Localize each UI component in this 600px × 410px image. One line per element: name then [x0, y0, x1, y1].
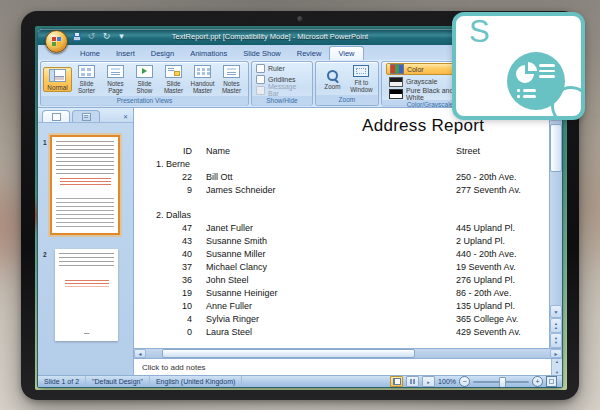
cell-name: Laura Steel [206, 327, 456, 337]
cell-id: 43 [134, 236, 192, 246]
black-white-icon [389, 89, 403, 99]
slide-1-thumbnail[interactable] [52, 137, 118, 233]
table-row: 10Anne Fuller135 Upland Pl. [134, 299, 548, 312]
theme-name[interactable]: "Default Design" [86, 376, 150, 387]
table-row: 4Sylvia Ringer365 College Av. [134, 312, 548, 325]
scroll-left-icon[interactable]: ◄ [134, 349, 146, 358]
slide-sorter-icon [78, 65, 95, 78]
cell-name: Michael Clancy [206, 262, 456, 272]
ruler-checkbox[interactable]: Ruler [256, 63, 308, 73]
zoom-button[interactable]: Zoom [318, 67, 347, 91]
slide-show-button[interactable]: Slide Show [130, 63, 159, 95]
vertical-scroll-track[interactable] [550, 121, 562, 305]
tab-home[interactable]: Home [72, 47, 108, 60]
outline-tab[interactable] [72, 110, 100, 122]
cell-id: 9 [134, 185, 192, 195]
grayscale-icon [389, 77, 403, 87]
window-title: TextReport.ppt [Compatibility Mode] - Mi… [38, 32, 502, 41]
cell-street: 19 Seventh Av. [456, 262, 516, 272]
zoom-in-button[interactable]: + [532, 376, 543, 387]
status-right-cluster: ▸ 100% − + [390, 376, 562, 387]
horizontal-scrollbar[interactable]: ◄ ► [134, 348, 562, 358]
vertical-scroll-thumb[interactable] [550, 124, 562, 172]
slide-canvas[interactable]: Address Report IDNameStreet1. Berne22Bil… [134, 108, 562, 348]
table-row: 47Janet Fuller445 Upland Pl. [134, 221, 548, 234]
next-slide-button[interactable]: ▼▼ [550, 333, 562, 348]
table-row: 9James Schneider277 Seventh Av. [134, 183, 548, 196]
notes-master-button[interactable]: Notes Master [217, 63, 246, 95]
slide-sorter-button[interactable]: Slide Sorter [72, 63, 101, 95]
zoom-slider-thumb[interactable] [499, 377, 506, 388]
tab-design[interactable]: Design [143, 47, 182, 60]
slide-2-thumbnail-content [59, 253, 114, 335]
table-row: 40Susanne Miller440 - 20th Ave. [134, 247, 548, 260]
slide-sorter-view-toggle[interactable] [406, 376, 419, 387]
cell-id: 0 [134, 327, 192, 337]
table-spacer [134, 196, 548, 208]
cell-street: 2 Upland Pl. [456, 236, 505, 246]
group-presentation-views: Normal Slide Sorter Notes Page Slide Sho… [40, 61, 249, 106]
bullet-list-icon [517, 89, 536, 101]
cell-id: 37 [134, 262, 192, 272]
horizontal-scroll-track[interactable] [146, 349, 550, 358]
cell-street: 440 - 20th Ave. [456, 249, 516, 259]
slide-master-button[interactable]: Slide Master [159, 63, 188, 95]
zoom-level[interactable]: 100% [438, 378, 456, 385]
normal-view-toggle[interactable] [390, 376, 403, 387]
cell-name: Bill Ott [206, 172, 456, 182]
scroll-down-icon[interactable]: ▼ [550, 305, 562, 318]
webcam-icon [297, 16, 303, 22]
notes-master-icon [223, 65, 240, 78]
slides-tab[interactable] [42, 110, 70, 122]
scroll-down-icon[interactable]: ▼ [555, 370, 559, 375]
slideshow-view-toggle[interactable]: ▸ [422, 376, 435, 387]
notes-pane[interactable]: Click to add notes ▲ ▼ [134, 358, 562, 375]
office-button[interactable] [45, 30, 68, 53]
tab-view[interactable]: View [329, 46, 363, 60]
slide-show-icon [136, 65, 153, 78]
slide-2-thumbnail[interactable] [55, 249, 118, 341]
table-row: 0Laura Steel429 Seventh Av. [134, 325, 548, 338]
cell-id: 10 [134, 301, 192, 311]
color-icon [390, 64, 404, 74]
group-show-hide: Ruler Gridlines Message Bar Show/Hide [251, 61, 313, 106]
tab-insert[interactable]: Insert [108, 47, 143, 60]
slides-pane: ✕ 1 2 [38, 108, 134, 375]
cell-id: ID [134, 146, 192, 156]
fit-slide-button[interactable] [546, 376, 557, 387]
scroll-up-icon[interactable]: ▲ [555, 359, 559, 364]
zoom-out-button[interactable]: − [459, 376, 470, 387]
scroll-right-icon[interactable]: ► [550, 349, 562, 358]
table-group-row: 2. Dallas [134, 208, 548, 221]
notes-page-button[interactable]: Notes Page [101, 63, 130, 95]
pie-chart-icon [515, 61, 539, 85]
slide-table: IDNameStreet1. Berne22Bill Ott250 - 20th… [134, 144, 548, 338]
tab-animations[interactable]: Animations [182, 47, 235, 60]
notes-scrollbar[interactable]: ▲ ▼ [551, 359, 562, 375]
cell-street: 365 College Av. [456, 314, 518, 324]
vertical-scrollbar[interactable]: ▲ ▼ ▲▲ ▼▼ [549, 108, 562, 348]
table-row: 43Susanne Smith2 Upland Pl. [134, 234, 548, 247]
language-indicator[interactable]: English (United Kingdom) [150, 376, 242, 387]
scene: ↺ ↻ ▾ TextReport.ppt [Compatibility Mode… [0, 0, 600, 410]
status-bar: Slide 1 of 2 "Default Design" English (U… [38, 375, 562, 387]
zoom-slider[interactable] [473, 381, 529, 383]
slideshow-play-icon: ▸ [427, 379, 430, 385]
normal-view-button[interactable]: Normal [43, 67, 72, 92]
badge-letter: S [469, 14, 490, 50]
previous-slide-button[interactable]: ▲▲ [550, 318, 562, 333]
list-lines-icon [539, 64, 555, 81]
close-pane-icon[interactable]: ✕ [121, 113, 130, 122]
cell-name: Susanne Miller [206, 249, 456, 259]
tab-slide-show[interactable]: Slide Show [235, 47, 289, 60]
slides-tab-icon [52, 113, 61, 121]
fit-to-window-button[interactable]: Fit to Window [347, 63, 376, 94]
decorative-arc-icon [551, 86, 585, 120]
tab-review[interactable]: Review [289, 47, 330, 60]
horizontal-scroll-thumb[interactable] [162, 349, 414, 358]
pane-tabs: ✕ [38, 108, 133, 123]
table-row: 36John Steel276 Upland Pl. [134, 273, 548, 286]
notes-placeholder[interactable]: Click to add notes [134, 363, 206, 372]
notes-page-icon [107, 65, 124, 78]
handout-master-button[interactable]: Handout Master [188, 63, 217, 95]
